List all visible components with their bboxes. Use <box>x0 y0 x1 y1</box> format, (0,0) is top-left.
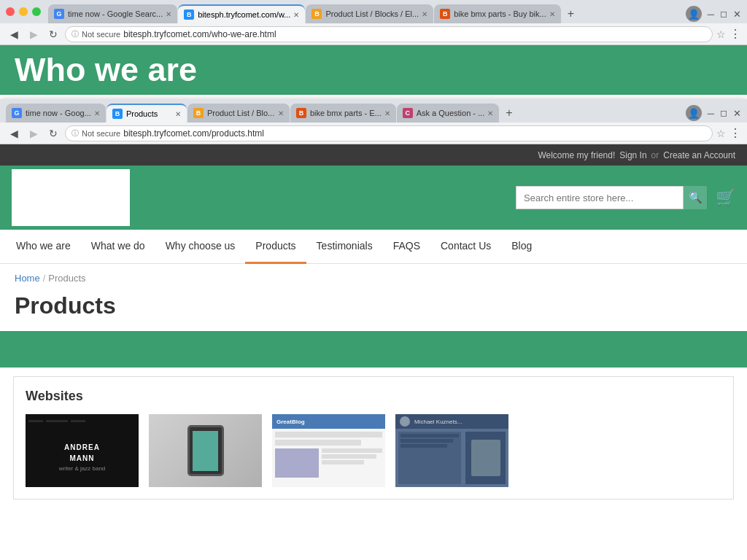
tab-1-4[interactable]: B bike bmx parts - Buy bik... ✕ <box>434 4 561 23</box>
page-title-area: Products <box>0 292 747 331</box>
product-thumb-2[interactable] <box>149 414 262 487</box>
profile-icon-2[interactable]: 👤 <box>686 105 702 121</box>
breadcrumb: Home / Products <box>0 264 747 292</box>
lock-icon-1: ⓘ <box>71 29 79 39</box>
security-text-1: Not secure <box>82 30 120 39</box>
nav-item-why-choose-us[interactable]: Why choose us <box>155 230 246 264</box>
tab-2-5-close[interactable]: ✕ <box>487 109 493 117</box>
minimize-window-1[interactable]: ─ <box>708 9 714 20</box>
tab-1-3-close[interactable]: ✕ <box>422 10 427 18</box>
close-btn-1[interactable] <box>6 7 15 16</box>
product-thumb-1[interactable]: ANDREA MANN writer & jazz band <box>26 414 139 487</box>
tab-2-1-close[interactable]: ✕ <box>94 109 100 117</box>
page-title: Products <box>15 292 732 319</box>
browser-window-2: G time now - Goog... ✕ B Products ✕ B Pr… <box>0 99 747 560</box>
breadcrumb-home[interactable]: Home <box>15 273 40 284</box>
tab-2-1[interactable]: G time now - Goog... ✕ <box>6 104 106 122</box>
nav-item-what-we-do[interactable]: What we do <box>81 230 155 264</box>
product-thumb-3[interactable]: GreatBlog <box>272 414 385 487</box>
more-btn-1[interactable]: ⋮ <box>729 27 741 41</box>
star-btn-2[interactable]: ☆ <box>716 128 726 139</box>
browser-window-1: G time now - Google Searc... ✕ B bitesph… <box>0 0 747 95</box>
minimize-window-2[interactable]: ─ <box>708 108 714 119</box>
sign-in-link[interactable]: Sign In <box>619 150 646 160</box>
toolbar-2: ◀ ▶ ↻ ⓘ Not secure bitesph.tryfcomet.com… <box>0 122 747 144</box>
restore-window-2[interactable]: ◻ <box>720 108 727 118</box>
tab-2-4-title: bike bmx parts - E... <box>310 109 382 117</box>
tab-2-4[interactable]: B bike bmx parts - E... ✕ <box>290 104 396 122</box>
search-button[interactable]: 🔍 <box>684 186 707 209</box>
logo-box <box>12 169 130 226</box>
search-container: 🔍 <box>516 186 707 209</box>
nav-item-faqs[interactable]: FAQS <box>383 230 430 264</box>
websites-section-card: Websites ANDREA MANN writer & jazz band <box>13 376 734 499</box>
close-window-2[interactable]: ✕ <box>733 108 741 119</box>
search-input[interactable] <box>516 186 684 209</box>
tab-2-2[interactable]: B Products ✕ <box>107 104 187 122</box>
create-account-link[interactable]: Create an Account <box>663 150 735 160</box>
tab-1-3[interactable]: B Product List / Blocks / El... ✕ <box>306 4 433 23</box>
restore-window-1[interactable]: ◻ <box>720 9 727 19</box>
websites-section-label: Websites <box>26 389 721 404</box>
tab-1-1-close[interactable]: ✕ <box>166 10 171 18</box>
nav-menu: Who we are What we do Why choose us Prod… <box>0 230 747 264</box>
tab-1-2-close[interactable]: ✕ <box>293 11 299 19</box>
forward-btn-1[interactable]: ▶ <box>26 26 42 42</box>
tab-1-4-title: bike bmx parts - Buy bik... <box>454 9 546 18</box>
nav-item-testimonials[interactable]: Testimonials <box>306 230 383 264</box>
tab-2-2-title: Products <box>126 109 172 118</box>
forward-btn-2[interactable]: ▶ <box>26 125 42 141</box>
account-topbar: Welcome my friend! Sign In or Create an … <box>0 144 747 166</box>
new-tab-btn-1[interactable]: + <box>562 4 580 23</box>
browser-titlebar-1: G time now - Google Searc... ✕ B bitesph… <box>0 0 747 23</box>
nav-item-blog[interactable]: Blog <box>501 230 542 264</box>
nav-item-contact-us[interactable]: Contact Us <box>430 230 501 264</box>
back-btn-2[interactable]: ◀ <box>6 125 22 141</box>
reload-btn-1[interactable]: ↻ <box>45 26 61 42</box>
address-text-2: bitesph.tryfcomet.com/products.html <box>123 128 264 139</box>
reload-btn-2[interactable]: ↻ <box>45 125 61 141</box>
tab-2-4-close[interactable]: ✕ <box>384 109 390 117</box>
security-text-2: Not secure <box>82 129 120 138</box>
tab-2-3[interactable]: B Product List / Blo... ✕ <box>187 104 290 122</box>
profile-icon-1[interactable]: 👤 <box>686 6 702 22</box>
welcome-text: Welcome my friend! <box>538 150 615 160</box>
minimize-btn-1[interactable] <box>19 7 28 16</box>
store-header: 🔍 🛒 <box>0 166 747 230</box>
tab-1-2[interactable]: B bitesph.tryfcomet.com/w... ✕ <box>178 4 305 23</box>
tab-2-5[interactable]: C Ask a Question - ... ✕ <box>397 104 500 122</box>
new-tab-btn-2[interactable]: + <box>500 104 518 122</box>
back-btn-1[interactable]: ◀ <box>6 26 22 42</box>
tab-2-1-title: time now - Goog... <box>26 109 91 117</box>
tab-2-3-close[interactable]: ✕ <box>278 109 284 117</box>
who-we-are-title: Who we are <box>15 51 197 89</box>
or-text: or <box>651 150 659 160</box>
tab-1-1[interactable]: G time now - Google Searc... ✕ <box>48 4 177 23</box>
nav-item-products[interactable]: Products <box>245 230 306 264</box>
address-text-1: bitesph.tryfcomet.com/who-we-are.html <box>123 29 276 39</box>
who-we-are-header: Who we are <box>0 45 747 95</box>
lock-icon-2: ⓘ <box>71 128 79 139</box>
tab-1-1-title: time now - Google Searc... <box>68 9 163 18</box>
address-bar-2[interactable]: ⓘ Not secure bitesph.tryfcomet.com/produ… <box>65 125 713 141</box>
products-listing: Websites ANDREA MANN writer & jazz band <box>0 368 747 508</box>
tab-1-4-close[interactable]: ✕ <box>549 10 555 18</box>
maximize-btn-1[interactable] <box>32 7 41 16</box>
product-thumbnails-row: ANDREA MANN writer & jazz band <box>26 414 721 487</box>
close-window-1[interactable]: ✕ <box>733 9 741 20</box>
tab-1-3-title: Product List / Blocks / El... <box>325 9 419 18</box>
address-bar-1[interactable]: ⓘ Not secure bitesph.tryfcomet.com/who-w… <box>65 26 713 42</box>
tab-2-5-title: Ask a Question - ... <box>417 109 485 117</box>
tab-2-2-close[interactable]: ✕ <box>175 110 181 118</box>
tabs-row-2: G time now - Goog... ✕ B Products ✕ B Pr… <box>6 99 741 122</box>
tab-2-3-title: Product List / Blo... <box>207 109 275 117</box>
star-btn-1[interactable]: ☆ <box>716 28 726 40</box>
cart-icon[interactable]: 🛒 <box>716 188 735 207</box>
window-controls-1[interactable] <box>6 7 41 16</box>
green-divider <box>0 331 747 368</box>
toolbar-1: ◀ ▶ ↻ ⓘ Not secure bitesph.tryfcomet.com… <box>0 23 747 45</box>
nav-item-who-we-are[interactable]: Who we are <box>6 230 81 264</box>
product-thumb-4[interactable]: Michael Kuznets... <box>395 414 508 487</box>
more-btn-2[interactable]: ⋮ <box>729 126 741 140</box>
tabs-row-1: G time now - Google Searc... ✕ B bitesph… <box>48 0 741 23</box>
